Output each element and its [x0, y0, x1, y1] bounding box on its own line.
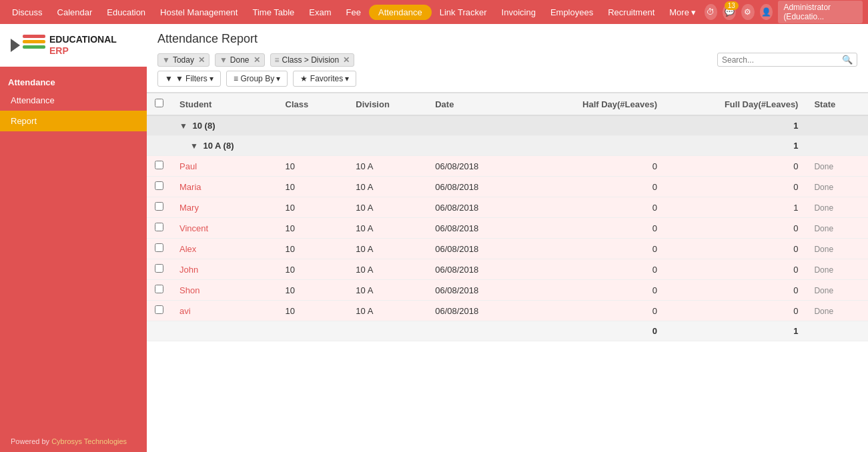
row-division: 10 A	[348, 301, 427, 321]
nav-timetable[interactable]: Time Table	[246, 5, 301, 20]
row-checkbox-cell	[147, 239, 171, 259]
row-full-day: 0	[665, 301, 806, 321]
filter-done-remove[interactable]: ✕	[254, 55, 260, 65]
nav-linktracker[interactable]: Link Tracker	[433, 5, 494, 20]
row-state: Done	[806, 218, 868, 239]
clock-icon[interactable]: ⏱	[705, 4, 718, 20]
nav-exam[interactable]: Exam	[302, 5, 338, 20]
filter-class-division-remove[interactable]: ✕	[343, 55, 350, 65]
group1-row[interactable]: ▼ 10 (8) 1	[147, 115, 868, 136]
filter-funnel-icon3: ▼	[165, 74, 173, 83]
row-student: Mary	[171, 197, 278, 218]
row-checkbox[interactable]	[155, 161, 163, 169]
filter-tag-today[interactable]: ▼ Today ✕	[157, 53, 209, 67]
row-date: 06/08/2018	[427, 239, 524, 259]
student-link[interactable]: Shon	[179, 285, 199, 295]
sidebar-footer: Powered by Cybrosys Technologies	[0, 431, 147, 452]
row-class: 10	[278, 239, 348, 259]
row-date: 06/08/2018	[427, 156, 524, 177]
row-full-day: 0	[665, 259, 806, 280]
nav-education[interactable]: Education	[100, 5, 152, 20]
table-header-row: Student Class Division Date Half Day(#Le…	[147, 93, 868, 116]
row-half-day: 0	[524, 301, 665, 321]
filter-today-remove[interactable]: ✕	[198, 55, 205, 65]
row-class: 10	[278, 301, 348, 321]
user-avatar-icon[interactable]: 👤	[760, 4, 773, 20]
row-date: 06/08/2018	[427, 177, 524, 197]
student-link[interactable]: John	[179, 265, 198, 275]
groupby-button[interactable]: ≡ Group By ▾	[226, 71, 288, 87]
row-student: Maria	[171, 177, 278, 197]
row-class: 10	[278, 197, 348, 218]
row-division: 10 A	[348, 177, 427, 197]
student-link[interactable]: avi	[179, 306, 191, 316]
header-date: Date	[427, 93, 524, 116]
total-checkbox-cell	[147, 321, 171, 341]
student-link[interactable]: Alex	[179, 244, 196, 254]
nav-recruitment[interactable]: Recruitment	[601, 5, 661, 20]
row-student: John	[171, 259, 278, 280]
group2-row[interactable]: ▼ 10 A (8) 1	[147, 136, 868, 156]
student-link[interactable]: Vincent	[179, 223, 208, 233]
group2-toggle-arrow[interactable]: ▼	[190, 141, 198, 151]
group1-toggle-arrow[interactable]: ▼	[179, 121, 187, 131]
group2-total-full: 1	[665, 136, 806, 156]
filters-button[interactable]: ▼ ▼ Filters ▾	[157, 71, 221, 87]
sidebar-item-report[interactable]: Report	[0, 111, 147, 131]
row-checkbox[interactable]	[155, 305, 163, 314]
filter-funnel-icon2: ▼	[220, 55, 228, 65]
nav-calendar[interactable]: Calendar	[51, 5, 99, 20]
cybrosys-link[interactable]: Cybrosys Technologies	[51, 437, 127, 445]
row-half-day: 0	[524, 239, 665, 259]
user-menu[interactable]: Administrator (Educatio...	[778, 1, 863, 23]
header-class: Class	[278, 93, 348, 116]
student-link[interactable]: Paul	[179, 161, 197, 171]
sidebar-item-attendance[interactable]: Attendance	[0, 90, 147, 111]
row-division: 10 A	[348, 280, 427, 301]
nav-more[interactable]: More ▾	[663, 5, 703, 20]
row-checkbox-cell	[147, 280, 171, 301]
row-checkbox-cell	[147, 156, 171, 177]
row-half-day: 0	[524, 280, 665, 301]
favorites-button[interactable]: ★ Favorites ▾	[293, 71, 356, 87]
row-full-day: 0	[665, 177, 806, 197]
chat-badge: 13	[725, 1, 739, 10]
nav-discuss[interactable]: Discuss	[5, 5, 49, 20]
chat-icon[interactable]: 💬 13	[723, 4, 736, 20]
state-badge: Done	[814, 245, 833, 254]
row-full-day: 0	[665, 156, 806, 177]
search-icon[interactable]: 🔍	[842, 55, 853, 65]
row-checkbox-cell	[147, 259, 171, 280]
nav-invoicing[interactable]: Invoicing	[495, 5, 542, 20]
row-checkbox[interactable]	[155, 285, 163, 293]
row-class: 10	[278, 156, 348, 177]
filter-tag-class-division[interactable]: ≡ Class > Division ✕	[270, 53, 355, 67]
nav-employees[interactable]: Employees	[544, 5, 600, 20]
row-date: 06/08/2018	[427, 259, 524, 280]
search-input[interactable]	[722, 55, 842, 65]
row-class: 10	[278, 259, 348, 280]
table-row: John 10 10 A 06/08/2018 0 0 Done	[147, 259, 868, 280]
table-row: avi 10 10 A 06/08/2018 0 0 Done	[147, 301, 868, 321]
row-checkbox[interactable]	[155, 181, 163, 190]
header-checkbox-cell	[147, 93, 171, 116]
group1-label: ▼ 10 (8)	[171, 115, 665, 136]
nav-hostel[interactable]: Hostel Management	[153, 5, 244, 20]
row-state: Done	[806, 280, 868, 301]
nav-fee[interactable]: Fee	[340, 5, 368, 20]
row-checkbox[interactable]	[155, 223, 163, 231]
row-half-day: 0	[524, 218, 665, 239]
total-half-day: 0	[524, 321, 665, 341]
settings-icon[interactable]: ⚙	[741, 4, 755, 20]
table-row: Alex 10 10 A 06/08/2018 0 0 Done	[147, 239, 868, 259]
row-checkbox[interactable]	[155, 243, 163, 252]
nav-attendance[interactable]: Attendance	[369, 5, 432, 20]
student-link[interactable]: Mary	[179, 203, 199, 213]
row-checkbox[interactable]	[155, 202, 163, 211]
student-link[interactable]: Maria	[179, 182, 201, 192]
filter-tag-done[interactable]: ▼ Done ✕	[215, 53, 265, 67]
row-half-day: 0	[524, 177, 665, 197]
top-nav: Discuss Calendar Education Hostel Manage…	[0, 0, 868, 24]
row-checkbox[interactable]	[155, 264, 163, 273]
select-all-checkbox[interactable]	[155, 99, 163, 107]
